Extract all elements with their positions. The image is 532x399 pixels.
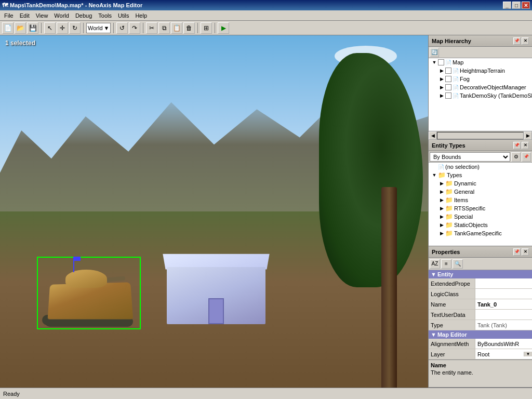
redo-button[interactable]: ↷ xyxy=(129,22,140,34)
menu-utils[interactable]: Utils xyxy=(115,11,132,20)
special-expander[interactable]: ▶ xyxy=(438,213,445,220)
tree-item-heightmap[interactable]: ▶ 📄 HeightmapTerrain xyxy=(429,66,532,75)
toolbar-separator-5 xyxy=(197,23,198,33)
entity-group-header[interactable]: ▼ Entity xyxy=(429,270,532,278)
pin-entity-types-button[interactable]: 📌 xyxy=(513,142,521,149)
tank-object[interactable] xyxy=(37,257,141,329)
static-expander[interactable]: ▶ xyxy=(438,221,445,229)
save-button[interactable]: 💾 xyxy=(27,22,38,34)
props-filter-button[interactable]: 🔍 xyxy=(453,259,463,269)
fog-expander[interactable]: ▶ xyxy=(438,75,445,83)
props-categorize-button[interactable]: ≡ xyxy=(441,259,451,269)
heightmap-checkbox[interactable] xyxy=(445,68,451,74)
entity-types-filter-dropdown[interactable]: By Bounds By Type All xyxy=(430,152,510,162)
entity-types-content[interactable]: 📄 (no selection) ▼ 📁 Types ▶ 📁 Dynamic ▶… xyxy=(429,163,532,246)
world-dropdown[interactable]: World ▼ xyxy=(86,23,111,33)
title-icon: 🗺 xyxy=(2,2,8,8)
tankdemosky-expander[interactable]: ▶ xyxy=(438,92,445,99)
h-scroll-left[interactable]: ◀ xyxy=(429,131,437,140)
title-controls[interactable]: _ □ ✕ xyxy=(503,2,530,9)
scene-objects xyxy=(21,176,385,335)
zoom-fit-button[interactable]: ⊞ xyxy=(201,22,212,34)
menu-help[interactable]: Help xyxy=(132,11,150,20)
entity-type-dynamic[interactable]: ▶ 📁 Dynamic xyxy=(429,179,532,188)
types-expander[interactable]: ▼ xyxy=(431,171,438,179)
building-object[interactable] xyxy=(167,257,271,324)
entity-type-tankgamespecific[interactable]: ▶ 📁 TankGameSpecific xyxy=(429,229,532,237)
heightmap-expander[interactable]: ▶ xyxy=(438,67,445,74)
pin-button[interactable]: 📌 xyxy=(513,37,521,45)
prop-value-textuserdata[interactable] xyxy=(475,310,532,320)
decorative-expander[interactable]: ▶ xyxy=(438,84,445,91)
h-scrollbar[interactable] xyxy=(437,132,524,139)
menu-world[interactable]: World xyxy=(51,11,72,20)
menu-tools[interactable]: Tools xyxy=(95,11,115,20)
open-button[interactable]: 📂 xyxy=(15,22,26,34)
move-tool-button[interactable]: ✛ xyxy=(57,22,68,34)
close-button[interactable]: ✕ xyxy=(522,2,530,9)
decorative-checkbox[interactable] xyxy=(445,84,451,90)
tree-item-decorative[interactable]: ▶ 📄 DecorativeObjectManager xyxy=(429,83,532,91)
pin-properties-button[interactable]: 📌 xyxy=(513,248,521,256)
rotate-tool-button[interactable]: ↻ xyxy=(69,22,81,34)
entity-type-noselection[interactable]: 📄 (no selection) xyxy=(429,163,532,171)
general-expander[interactable]: ▶ xyxy=(438,188,445,195)
new-button[interactable]: 📄 xyxy=(2,22,14,34)
prop-value-logicclass[interactable] xyxy=(475,289,532,299)
entity-type-items[interactable]: ▶ 📁 Items xyxy=(429,196,532,204)
menu-file[interactable]: File xyxy=(1,11,17,20)
cut-button[interactable]: ✂ xyxy=(146,22,157,34)
props-sort-button[interactable]: AZ xyxy=(430,259,440,269)
maximize-button[interactable]: □ xyxy=(512,2,521,9)
play-button[interactable]: ▶ xyxy=(218,22,229,34)
entity-group-expander[interactable]: ▼ xyxy=(431,271,436,277)
entity-type-special[interactable]: ▶ 📁 Special xyxy=(429,212,532,221)
refresh-hierarchy-button[interactable]: 🔄 xyxy=(430,48,439,57)
world-dropdown-arrow: ▼ xyxy=(104,25,110,31)
select-tool-button[interactable]: ↖ xyxy=(44,22,56,34)
entity-type-rtsspecific[interactable]: ▶ 📁 RTSSpecific xyxy=(429,204,532,212)
prop-value-name[interactable]: Tank_0 xyxy=(475,299,532,309)
prop-name-layer: Layer xyxy=(429,349,475,359)
close-entity-types-button[interactable]: ✕ xyxy=(522,142,529,149)
entity-types-pin-button[interactable]: 📌 xyxy=(522,152,531,162)
toolbar-separator-6 xyxy=(215,23,215,33)
viewport[interactable]: 1 selected xyxy=(0,35,428,388)
fog-checkbox[interactable] xyxy=(445,76,451,82)
layer-dropdown[interactable]: Root ▼ xyxy=(477,351,532,357)
close-panel-button[interactable]: ✕ xyxy=(522,37,529,45)
copy-button[interactable]: ⧉ xyxy=(158,22,170,34)
entity-types-settings-button[interactable]: ⚙ xyxy=(511,152,521,162)
delete-button[interactable]: 🗑 xyxy=(183,22,195,34)
tree-item-fog[interactable]: ▶ 📄 Fog xyxy=(429,75,532,83)
entity-type-staticobjects[interactable]: ▶ 📁 StaticObjects xyxy=(429,221,532,229)
menu-debug[interactable]: Debug xyxy=(72,11,95,20)
tankgame-expander[interactable]: ▶ xyxy=(438,230,445,237)
map-expander[interactable]: ▼ xyxy=(431,59,438,66)
paste-button[interactable]: 📋 xyxy=(171,22,182,34)
tankdemosky-checkbox[interactable] xyxy=(445,92,451,99)
prop-row-extendedprope: ExtendedPrope xyxy=(429,278,532,289)
hierarchy-content[interactable]: ▼ 📄 Map ▶ 📄 HeightmapTerrain ▶ 📄 Fog xyxy=(429,58,532,131)
prop-value-extendedprope[interactable] xyxy=(475,278,532,288)
close-properties-button[interactable]: ✕ xyxy=(522,248,529,256)
layer-dropdown-btn[interactable]: ▼ xyxy=(524,352,532,356)
rts-expander[interactable]: ▶ xyxy=(438,205,445,212)
menu-edit[interactable]: Edit xyxy=(17,11,33,20)
map-checkbox[interactable] xyxy=(438,59,444,65)
mapeditor-group-header[interactable]: ▼ Map Editor xyxy=(429,330,532,339)
tree-item-tankdemosky[interactable]: ▶ 📄 TankDemoSky (TankDemoSk xyxy=(429,91,532,100)
mapeditor-group-expander[interactable]: ▼ xyxy=(431,331,436,338)
menu-view[interactable]: View xyxy=(33,11,51,20)
minimize-button[interactable]: _ xyxy=(503,2,511,9)
h-scroll-right[interactable]: ▶ xyxy=(524,131,532,140)
undo-button[interactable]: ↺ xyxy=(116,22,128,34)
tree-item-map[interactable]: ▼ 📄 Map xyxy=(429,58,532,66)
dynamic-expander[interactable]: ▶ xyxy=(438,180,445,187)
menu-bar: File Edit View World Debug Tools Utils H… xyxy=(0,10,532,21)
entity-type-types[interactable]: ▼ 📁 Types xyxy=(429,171,532,179)
prop-value-layer[interactable]: Root ▼ xyxy=(475,349,532,359)
items-expander[interactable]: ▶ xyxy=(438,196,445,204)
entity-type-general[interactable]: ▶ 📁 General xyxy=(429,188,532,196)
map-hierarchy-header: Map Hierarchy 📌 ✕ xyxy=(429,35,532,47)
